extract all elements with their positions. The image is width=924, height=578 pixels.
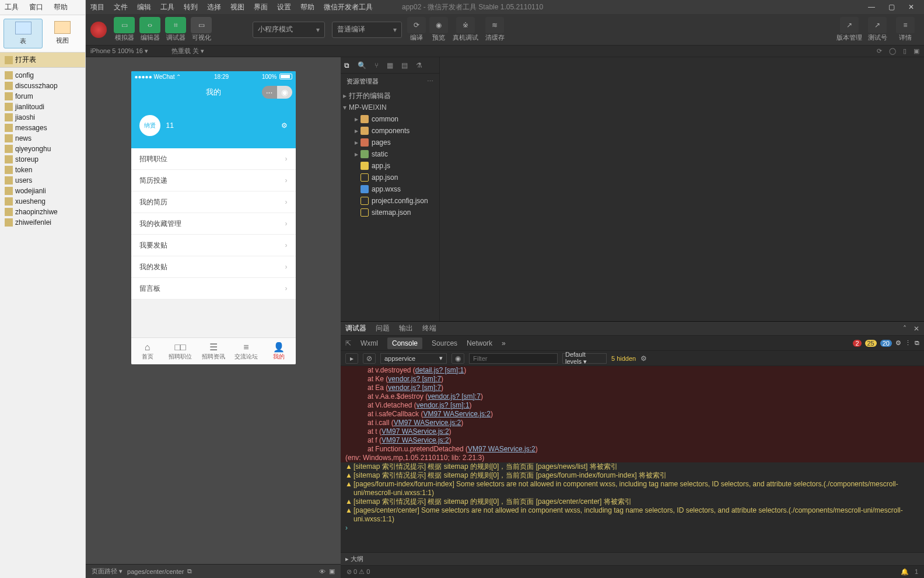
- file-item[interactable]: sitemap.json: [341, 207, 439, 218]
- table-item[interactable]: news: [2, 133, 83, 144]
- profile-menu-item[interactable]: 我的简历›: [131, 191, 296, 213]
- ext-tab-icon[interactable]: ▦: [387, 61, 393, 69]
- simulator-toggle[interactable]: ▭: [114, 17, 135, 33]
- menu-item[interactable]: 设置: [277, 2, 291, 12]
- console-hidden-count[interactable]: 5 hidden: [611, 355, 636, 362]
- compile-dropdown[interactable]: 普通编译▾: [332, 22, 402, 38]
- tabbar-item[interactable]: 👤我的: [262, 338, 295, 364]
- file-item[interactable]: project.config.json: [341, 195, 439, 207]
- tree-section-project[interactable]: ▾MP-WEIXIN: [341, 102, 439, 113]
- source-link[interactable]: vendor.js? [sm]:7: [388, 375, 441, 384]
- source-link[interactable]: vendor.js? [sm]:7: [388, 384, 441, 392]
- table-item[interactable]: forum: [2, 91, 83, 102]
- console-live-icon[interactable]: ◉: [452, 353, 464, 364]
- search-tab-icon[interactable]: 🔍: [358, 61, 366, 69]
- open-tables-tab[interactable]: 打开表: [0, 53, 85, 68]
- popout-icon[interactable]: ▣: [914, 47, 919, 55]
- table-item[interactable]: jianlitoudi: [2, 102, 83, 112]
- console-filter-input[interactable]: [469, 353, 558, 364]
- panel-tab-debugger[interactable]: 调试器: [345, 323, 366, 333]
- table-item[interactable]: discusszhaop: [2, 81, 83, 91]
- device-icon[interactable]: ▯: [903, 47, 907, 55]
- console-prompt[interactable]: ›: [341, 524, 924, 532]
- debugger-toggle[interactable]: ⌗: [165, 17, 186, 33]
- tabbar-item[interactable]: ☰招聘资讯: [197, 338, 229, 364]
- menu-item[interactable]: 帮助: [300, 2, 314, 12]
- ribbon-table-button[interactable]: 表: [4, 19, 43, 48]
- table-item[interactable]: token: [2, 165, 83, 175]
- tabbar-item[interactable]: ≡交流论坛: [230, 338, 262, 364]
- panel-tab-problems[interactable]: 问题: [376, 323, 390, 333]
- files-tab-icon[interactable]: ⧉: [344, 61, 349, 69]
- folder-item[interactable]: ▸components: [341, 125, 439, 137]
- subtab-sources[interactable]: Sources: [432, 339, 457, 347]
- menu-item[interactable]: 项目: [90, 2, 104, 12]
- inspect-icon[interactable]: ⇱: [345, 339, 351, 347]
- details-button[interactable]: ≡: [896, 17, 915, 33]
- console-more-icon[interactable]: ⋮: [905, 339, 911, 347]
- table-item[interactable]: xuesheng: [2, 196, 83, 207]
- scm-tab-icon[interactable]: ⑂: [374, 61, 379, 69]
- menu-item[interactable]: 微信开发者工具: [324, 2, 373, 12]
- ribbon-view-button[interactable]: 视图: [43, 19, 82, 48]
- minimize-button[interactable]: —: [863, 2, 880, 12]
- console-filter-settings-icon[interactable]: ⚙: [640, 354, 647, 363]
- compile-button[interactable]: ⟳: [407, 17, 426, 33]
- editor-toggle[interactable]: ‹›: [139, 17, 160, 33]
- menu-item[interactable]: 转到: [184, 2, 198, 12]
- panel-collapse-icon[interactable]: ˄: [903, 325, 907, 333]
- source-link[interactable]: vendor.js? [sm]:7: [428, 392, 481, 401]
- tabbar-item[interactable]: ⌂首页: [131, 338, 164, 364]
- capsule-close-button[interactable]: ◉: [277, 86, 292, 99]
- console-clear-icon[interactable]: ⊘: [363, 353, 376, 364]
- source-link[interactable]: VM97 WAService.js:2: [468, 445, 536, 454]
- visibility-icon[interactable]: 👁: [319, 568, 326, 575]
- test-account-button[interactable]: ↗: [868, 17, 887, 33]
- profile-menu-item[interactable]: 我的发贴›: [131, 256, 296, 278]
- clear-cache-button[interactable]: ≋: [485, 17, 504, 33]
- subtab-network[interactable]: Network: [467, 339, 492, 347]
- problems-summary[interactable]: ⊘ 0 ⚠ 0: [346, 568, 370, 576]
- panel-close-icon[interactable]: ✕: [914, 325, 919, 333]
- page-route-dropdown[interactable]: 页面路径 ▾: [92, 567, 123, 576]
- menu-item[interactable]: 工具: [160, 2, 174, 12]
- folder-item[interactable]: ▸static: [341, 148, 439, 160]
- settings-gear-icon[interactable]: ⚙: [281, 121, 288, 130]
- profile-menu-item[interactable]: 我的收藏管理›: [131, 213, 296, 235]
- menu-item[interactable]: 选择: [207, 2, 221, 12]
- device-selector[interactable]: iPhone 5 100% 16 ▾: [90, 47, 148, 55]
- file-item[interactable]: app.json: [341, 172, 439, 183]
- file-item[interactable]: app.js: [341, 160, 439, 172]
- version-mgmt-button[interactable]: ↗: [840, 17, 859, 33]
- profile-menu-item[interactable]: 我要发贴›: [131, 235, 296, 256]
- table-item[interactable]: jiaoshi: [2, 112, 83, 123]
- outline-bar[interactable]: ▸ 大纲: [341, 552, 924, 565]
- table-item[interactable]: zhiweifenlei: [2, 217, 83, 228]
- file-item[interactable]: app.wxss: [341, 183, 439, 195]
- folder-item[interactable]: ▸common: [341, 113, 439, 125]
- table-item[interactable]: messages: [2, 123, 83, 133]
- tabbar-item[interactable]: □□招聘职位: [164, 338, 197, 364]
- source-link[interactable]: VM97 WAService.js:2: [382, 427, 449, 436]
- profile-menu-item[interactable]: 留言板›: [131, 278, 296, 300]
- subtab-console[interactable]: Console: [387, 337, 422, 349]
- plugin-tab-icon[interactable]: ⚗: [416, 61, 422, 69]
- tree-section-editors[interactable]: ▸打开的编辑器: [341, 90, 439, 102]
- menu-item[interactable]: 界面: [254, 2, 268, 12]
- mode-dropdown[interactable]: 小程序模式▾: [253, 22, 325, 38]
- close-button[interactable]: ✕: [903, 2, 919, 12]
- visualize-toggle[interactable]: ▭: [191, 17, 212, 33]
- table-item[interactable]: config: [2, 70, 83, 81]
- host-menu-item[interactable]: 工具: [5, 2, 19, 12]
- console-levels-select[interactable]: Default levels ▾: [562, 353, 607, 364]
- panel-tab-terminal[interactable]: 终端: [422, 323, 436, 333]
- subtab-wxml[interactable]: Wxml: [360, 339, 378, 347]
- source-link[interactable]: VM97 WAService.js:2: [382, 436, 449, 445]
- table-item[interactable]: wodejianli: [2, 186, 83, 196]
- avatar[interactable]: 纳贤: [139, 115, 160, 136]
- bookmark-tab-icon[interactable]: ▤: [401, 61, 408, 69]
- menu-item[interactable]: 编辑: [137, 2, 151, 12]
- source-link[interactable]: vendor.js? [sm]:1: [416, 401, 470, 410]
- table-item[interactable]: storeup: [2, 154, 83, 165]
- table-item[interactable]: qiyeyonghu: [2, 144, 83, 154]
